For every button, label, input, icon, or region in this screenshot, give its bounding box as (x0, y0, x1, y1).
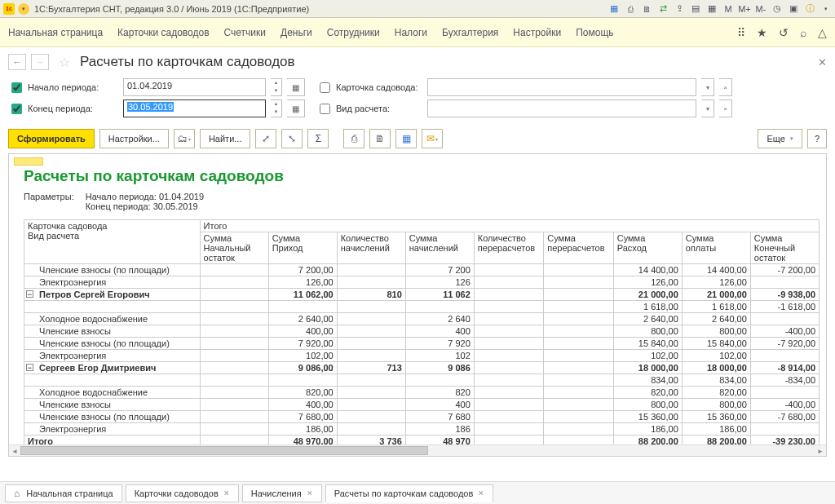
table-row[interactable]: Членские взносы (по площади)7 920,007 92… (24, 338, 820, 350)
run-button[interactable]: Сформировать (8, 129, 95, 148)
menu-settings[interactable]: Настройки (513, 27, 561, 38)
clock-icon[interactable]: ◷ (771, 3, 783, 15)
filter-type-check[interactable]: Вид расчета: (316, 101, 422, 117)
collapse-button[interactable]: ⤡ (281, 129, 303, 148)
email-button[interactable]: ✉▾ (422, 129, 443, 148)
window-title: 1С:Бухгалтерия СНТ, редакция 3.0 / Июнь … (34, 4, 608, 14)
search-icon[interactable]: ⌕ (800, 26, 806, 39)
end-label: Конец периода: (28, 104, 93, 113)
end-date-spinner[interactable]: ▲▼ (271, 99, 282, 117)
find-button[interactable]: Найти... (200, 129, 251, 148)
history-icon[interactable]: ↺ (779, 26, 789, 39)
table-row[interactable]: Членские взносы400,00400800,00800,00-400… (24, 325, 820, 338)
card-checkbox[interactable] (320, 82, 330, 93)
tab-close-icon[interactable]: ✕ (307, 489, 313, 497)
table-row[interactable]: 834,00834,00-834,00 (24, 374, 820, 387)
type-combo-dd[interactable]: ▾ (701, 99, 714, 117)
tab[interactable]: ⌂Начальная страница (5, 484, 122, 502)
menu-accounting[interactable]: Бухгалтерия (442, 27, 498, 38)
filter-start-check[interactable]: Начало периода: (8, 80, 118, 95)
scroll-right-icon[interactable]: ► (815, 445, 826, 457)
filter-card-check[interactable]: Карточка садовода: (316, 80, 422, 95)
table-row[interactable]: 1 618,001 618,00-1 618,00 (24, 301, 820, 313)
info-icon[interactable]: ⓘ (804, 3, 815, 15)
sum-button[interactable]: Σ (307, 129, 329, 148)
window-icon[interactable]: ▣ (788, 3, 799, 15)
forward-button[interactable]: → (31, 54, 49, 70)
type-checkbox[interactable] (320, 104, 330, 114)
save-icon[interactable]: ▦ (608, 3, 620, 15)
menu-taxes[interactable]: Налоги (395, 27, 427, 38)
card-combo[interactable] (427, 78, 696, 96)
tab[interactable]: Расчеты по карточкам садоводов✕ (325, 484, 494, 502)
scroll-left-icon[interactable]: ◄ (9, 445, 20, 457)
tree-toggle-icon[interactable]: − (26, 290, 33, 298)
type-combo-clear[interactable]: × (719, 99, 732, 117)
menu-help[interactable]: Помощь (576, 27, 613, 38)
calculator-icon[interactable]: ▤ (690, 3, 701, 15)
end-date-input[interactable]: 30.05.2019 (123, 99, 266, 117)
cell (268, 301, 337, 313)
table-row[interactable]: Электроэнергия126,00126126,00126,00 (24, 276, 820, 289)
cell (750, 423, 819, 435)
horizontal-scrollbar[interactable]: ◄ ► (9, 444, 826, 456)
preview-icon[interactable]: 🗎 (641, 3, 652, 15)
tab[interactable]: Начисления✕ (242, 484, 322, 502)
table-row[interactable]: Членские взносы (по площади)7 680,007 68… (24, 411, 820, 423)
tree-toggle-icon[interactable]: − (26, 364, 33, 371)
help-button[interactable]: ? (807, 129, 827, 148)
scroll-thumb[interactable] (20, 446, 428, 455)
menu-cards[interactable]: Карточки садоводов (117, 27, 209, 38)
app-dropdown-icon[interactable]: ▾ (18, 3, 29, 15)
menu-home[interactable]: Начальная страница (8, 27, 103, 38)
type-combo[interactable] (427, 99, 696, 117)
table-row[interactable]: Электроэнергия186,00186186,00186,00 (24, 423, 820, 435)
menu-counters[interactable]: Счетчики (224, 27, 266, 38)
table-row[interactable]: Холодное водоснабжение820,00820820,00820… (24, 387, 820, 399)
end-date-calendar-button[interactable]: ▦ (287, 99, 305, 117)
card-combo-dd[interactable]: ▾ (701, 78, 714, 96)
filter-end-check[interactable]: Конец периода: (8, 101, 118, 117)
end-checkbox[interactable] (11, 104, 22, 114)
save-button[interactable]: ▦ (395, 129, 417, 148)
start-date-spinner[interactable]: ▲▼ (271, 78, 282, 96)
tab-close-icon[interactable]: ✕ (478, 489, 484, 497)
start-date-input[interactable]: 01.04.2019 (123, 78, 266, 96)
mminus-icon[interactable]: M- (755, 3, 767, 15)
table-row[interactable]: Членские взносы (по площади)7 200,007 20… (24, 264, 820, 276)
mplus-icon[interactable]: M+ (739, 3, 750, 15)
start-checkbox[interactable] (11, 82, 22, 93)
cell: 102,00 (268, 350, 337, 362)
compare-icon[interactable]: ⇄ (657, 3, 669, 15)
cell: 2 640,00 (268, 313, 337, 325)
settings-button[interactable]: Настройки... (99, 129, 169, 148)
menu-employees[interactable]: Сотрудники (327, 27, 380, 38)
star-icon[interactable]: ☆ (59, 55, 70, 70)
table-row[interactable]: −Петров Сергей Егорович11 062,0081011 06… (24, 289, 820, 301)
m-icon[interactable]: M (722, 3, 734, 15)
table-row[interactable]: Холодное водоснабжение2 640,002 6402 640… (24, 313, 820, 325)
tab[interactable]: Карточки садоводов✕ (126, 484, 239, 502)
expand-button[interactable]: ⤢ (255, 129, 276, 148)
table-row[interactable]: Членские взносы400,00400800,00800,00-400… (24, 399, 820, 411)
export-icon[interactable]: ⇪ (674, 3, 685, 15)
more-button[interactable]: Еще▾ (758, 129, 802, 148)
card-combo-clear[interactable]: × (719, 78, 732, 96)
start-date-calendar-button[interactable]: ▦ (287, 78, 305, 96)
favorite-icon[interactable]: ★ (757, 26, 767, 39)
preview-button[interactable]: 🗎 (369, 129, 391, 148)
print-button[interactable]: ⎙ (343, 129, 364, 148)
menu-money[interactable]: Деньги (281, 27, 312, 38)
info-dd-icon[interactable]: ▾ (820, 3, 832, 15)
cell (200, 325, 268, 338)
table-row[interactable]: Электроэнергия102,00102102,00102,00 (24, 350, 820, 362)
apps-icon[interactable]: ⠿ (737, 26, 745, 39)
back-button[interactable]: ← (8, 54, 26, 70)
table-row[interactable]: −Сергеев Егор Дмитриевич9 086,007139 086… (24, 362, 820, 374)
variants-button[interactable]: 🗂▾ (174, 129, 195, 148)
close-page-button[interactable]: ✕ (818, 56, 827, 69)
print-icon[interactable]: ⎙ (625, 3, 636, 15)
notifications-icon[interactable]: △ (818, 26, 827, 39)
calendar-icon[interactable]: ▦ (706, 3, 718, 15)
tab-close-icon[interactable]: ✕ (223, 489, 230, 497)
